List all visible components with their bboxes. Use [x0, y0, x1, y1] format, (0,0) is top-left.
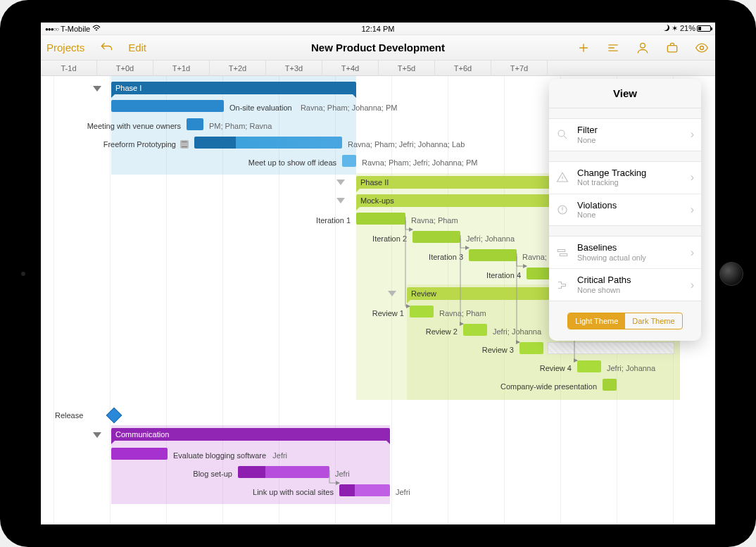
ipad-frame: ●●●○○ T-Mobile 12:14 PM ✶ 21% Projects	[0, 0, 756, 547]
chevron-right-icon: ›	[691, 203, 694, 216]
baseline-icon	[555, 245, 570, 260]
review-label: Review	[411, 289, 436, 298]
review3-bar[interactable]: Review 3 Ravna; Pham	[519, 342, 543, 354]
svg-rect-5	[557, 249, 565, 251]
svg-rect-1	[667, 45, 676, 51]
status-time: 12:14 PM	[41, 25, 715, 33]
mockups-collapse-toggle[interactable]	[336, 198, 345, 203]
timeline-column: T+4d	[322, 61, 379, 75]
status-left: ●●●○○ T-Mobile	[45, 25, 101, 33]
linkup-bar[interactable]: Link up with social sites Jefri	[339, 484, 390, 496]
popover-filter-row[interactable]: FilterNone ›	[549, 119, 701, 151]
light-theme-option[interactable]: Light Theme	[568, 313, 625, 329]
review4-bar[interactable]: Review 4 Jefri; Johanna	[577, 360, 601, 372]
phase2-collapse-toggle[interactable]	[336, 180, 345, 185]
undo-icon[interactable]	[99, 40, 114, 56]
iteration1-bar[interactable]: Iteration 1 Ravna; Pham	[356, 213, 405, 225]
phase1-group-bar[interactable]: Phase I	[111, 82, 356, 94]
status-right: ✶ 21%	[663, 24, 711, 33]
meeting-bar[interactable]: Meeting with venue owners PM; Pham; Ravn…	[187, 118, 203, 130]
device-camera	[21, 272, 25, 276]
presentation-bar[interactable]: Company-wide presentation	[603, 379, 617, 391]
review4-resources: Jefri; Johanna	[607, 364, 655, 372]
evaluate-blogging-bar[interactable]: Evaluate blogging software Jefri	[111, 448, 168, 460]
phase1-label: Phase I	[115, 84, 141, 92]
iteration3-label: Iteration 3	[429, 253, 463, 261]
timeline-column: T+1d	[153, 61, 210, 75]
add-icon[interactable]	[576, 40, 591, 56]
presentation-label: Company-wide presentation	[500, 382, 597, 391]
meetup-resources: Ravna; Pham; Jefri; Johanna; PM	[362, 158, 477, 167]
iteration2-bar[interactable]: Iteration 2 Jefri; Johanna	[412, 231, 460, 243]
freeform-bar[interactable]: Freeform Prototyping Ravna; Pham; Jefri;…	[194, 137, 342, 149]
onsite-evaluation-bar[interactable]: On-site evaluation Ravna; Pham; Johanna;…	[111, 100, 224, 112]
violations-subtitle: None	[577, 210, 683, 220]
svg-point-3	[558, 130, 565, 137]
iteration2-resources: Jefri; Johanna	[466, 234, 515, 243]
meetup-bar[interactable]: Meet up to show off ideas Ravna; Pham; J…	[342, 155, 356, 167]
review-collapse-toggle[interactable]	[388, 291, 396, 296]
freeform-label: Freeform Prototyping	[103, 140, 176, 149]
communication-group-bar[interactable]: Communication	[111, 428, 390, 441]
phase2-label: Phase II	[360, 178, 389, 187]
popover-change-tracking-row[interactable]: Change TrackingNot tracking ›	[549, 162, 701, 194]
review3-label: Review 3	[482, 346, 514, 354]
iteration1-label: Iteration 1	[316, 216, 351, 225]
popover-title: View	[549, 79, 701, 108]
battery-percent: 21%	[680, 24, 695, 32]
iteration3-bar[interactable]: Iteration 3 Ravna; Pham	[469, 249, 517, 261]
onsite-resources: Ravna; Pham; Johanna; PM	[301, 103, 398, 112]
onsite-label: On-site evaluation	[229, 103, 292, 112]
timeline-column: T+7d	[491, 61, 548, 75]
home-button[interactable]	[719, 262, 743, 286]
blog-setup-bar[interactable]: Blog set-up Jefri	[238, 466, 329, 478]
signal-dots-icon: ●●●○○	[45, 25, 58, 33]
phase1-collapse-toggle[interactable]	[93, 86, 101, 92]
edit-button[interactable]: Edit	[128, 42, 146, 54]
evaluate-blogging-resources: Jefri	[272, 451, 287, 460]
briefcase-icon[interactable]	[664, 40, 680, 56]
release-milestone[interactable]	[106, 408, 122, 424]
note-icon[interactable]	[180, 140, 189, 149]
review2-label: Review 2	[426, 327, 458, 336]
timeline-column: T+0d	[97, 61, 153, 75]
view-icon[interactable]	[694, 40, 710, 56]
iteration4-label: Iteration 4	[486, 271, 521, 279]
communication-label: Communication	[115, 430, 169, 439]
filter-subtitle: None	[577, 136, 683, 145]
meetup-label: Meet up to show off ideas	[248, 158, 336, 167]
critical-paths-title: Critical Paths	[577, 275, 683, 286]
person-icon[interactable]	[635, 40, 650, 56]
meeting-label: Meeting with venue owners	[87, 122, 181, 130]
popover-critical-paths-row[interactable]: Critical PathsNone shown ›	[549, 269, 701, 301]
timeline-header: T-1dT+0dT+1dT+2dT+3dT+4dT+5dT+6dT+7d	[41, 61, 715, 76]
iteration2-label: Iteration 2	[372, 234, 407, 243]
carrier-label: T-Mobile	[61, 25, 90, 33]
critical-paths-subtitle: None shown	[577, 286, 683, 295]
svg-rect-6	[560, 253, 567, 256]
communication-collapse-toggle[interactable]	[93, 432, 101, 438]
svg-point-2	[700, 46, 704, 49]
filter-title: Filter	[577, 125, 683, 136]
chevron-right-icon: ›	[691, 246, 694, 259]
screen: ●●●○○ T-Mobile 12:14 PM ✶ 21% Projects	[41, 23, 715, 524]
style-icon[interactable]	[605, 40, 621, 56]
violations-title: Violations	[577, 200, 683, 211]
popover-violations-row[interactable]: ViolationsNone ›	[549, 194, 701, 226]
review4-label: Review 4	[540, 364, 572, 372]
blog-setup-resources: Jefri	[335, 470, 350, 478]
svg-point-0	[641, 43, 645, 48]
popover-baselines-row[interactable]: BaselinesShowing actual only ›	[549, 237, 701, 269]
path-icon	[555, 277, 570, 293]
baselines-title: Baselines	[577, 242, 683, 253]
timeline-column: T+2d	[210, 61, 266, 75]
projects-button[interactable]: Projects	[46, 42, 84, 54]
review2-bar[interactable]: Review 2 Jefri; Johanna	[463, 324, 487, 336]
dark-theme-option[interactable]: Dark Theme	[625, 313, 681, 329]
status-bar: ●●●○○ T-Mobile 12:14 PM ✶ 21%	[41, 23, 715, 35]
chevron-right-icon: ›	[691, 128, 694, 141]
review1-resources: Ravna; Pham	[439, 309, 486, 317]
evaluate-blogging-label: Evaluate blogging software	[173, 451, 266, 460]
review1-bar[interactable]: Review 1 Ravna; Pham	[410, 306, 434, 317]
theme-segmented-control[interactable]: Light Theme Dark Theme	[567, 313, 682, 329]
